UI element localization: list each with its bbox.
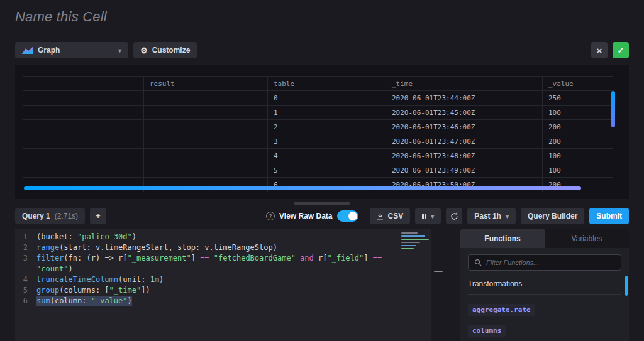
table-cell: 100: [543, 163, 613, 178]
table-cell: 2020-06-01T23:47:00Z: [386, 134, 543, 149]
raw-data-panel: resulttable_time_value 02020-06-01T23:44…: [15, 65, 629, 199]
code-line[interactable]: 1(bucket: "palico_30d"): [15, 232, 397, 242]
code-line[interactable]: 6sum(column: "_value"): [15, 296, 397, 306]
code-text: truncateTimeColumn(unit: 1m): [36, 274, 164, 285]
table-horizontal-scrollbar[interactable]: [24, 186, 581, 190]
time-range-dropdown[interactable]: Past 1h ▾: [467, 208, 516, 224]
code-text: (bucket: "palico_30d"): [36, 232, 136, 242]
line-number: 4: [15, 274, 36, 285]
csv-download-button[interactable]: CSV: [370, 208, 411, 224]
editor-section: 1(bucket: "palico_30d")2range(start: v.t…: [15, 229, 629, 341]
column-header: result: [144, 77, 268, 91]
cancel-button[interactable]: ×: [591, 42, 608, 58]
cell-editor-overlay: Name this Cell Graph ▾ ⚙ Customize × ✓: [0, 0, 644, 341]
table-cell: 2020-06-01T23:48:00Z: [386, 149, 543, 163]
submit-button[interactable]: Submit: [589, 208, 629, 224]
table-vertical-scrollbar[interactable]: [611, 91, 615, 127]
table-cell: 2020-06-01T23:49:00Z: [386, 163, 543, 178]
line-number: 6: [15, 296, 36, 306]
function-list: aggregate.ratecolumnscumulativeSum: [468, 303, 621, 341]
code-text: filter(fn: (r) => r["_measurement"] == "…: [36, 253, 397, 274]
table-cell: [23, 120, 144, 134]
code-line[interactable]: 4truncateTimeColumn(unit: 1m): [15, 274, 397, 285]
tab-functions[interactable]: Functions: [460, 229, 545, 248]
code-text: group(columns: ["_time"]): [36, 285, 150, 296]
table-cell: 200: [543, 134, 613, 149]
table-cell: [144, 106, 268, 120]
table-cell: 1: [268, 106, 386, 120]
chevron-down-icon: ▾: [506, 213, 509, 220]
submit-label: Submit: [596, 212, 622, 220]
gear-icon: ⚙: [140, 46, 148, 55]
function-list-row: aggregate.rate: [468, 303, 621, 316]
customize-label: Customize: [152, 46, 191, 55]
query-builder-button[interactable]: Query Builder: [521, 208, 584, 224]
table-row: 42020-06-01T23:48:00Z100: [23, 149, 613, 163]
table-row: 22020-06-01T23:46:00Z200: [23, 120, 613, 134]
function-item[interactable]: aggregate.rate: [468, 304, 535, 316]
function-filter-input[interactable]: [486, 259, 615, 266]
cell-name-input[interactable]: Name this Cell: [15, 9, 107, 25]
add-query-button[interactable]: +: [90, 208, 106, 224]
code-lines: 1(bucket: "palico_30d")2range(start: v.t…: [15, 232, 397, 306]
table-cell: [144, 149, 268, 163]
table-header-row: resulttable_time_value: [23, 77, 613, 91]
close-icon: ×: [597, 45, 602, 56]
function-search[interactable]: [468, 254, 621, 271]
flux-code-editor[interactable]: 1(bucket: "palico_30d")2range(start: v.t…: [15, 229, 397, 341]
help-icon: ?: [266, 212, 275, 220]
code-text: sum(column: "_value"): [36, 296, 132, 306]
panel-tabs: FunctionsVariables: [460, 229, 629, 248]
table-cell: [23, 106, 144, 120]
visualization-controls: Graph ▾ ⚙ Customize × ✓: [15, 42, 629, 58]
chevron-down-icon: ▾: [118, 47, 121, 54]
editor-minimap[interactable]: [397, 229, 431, 341]
table-body: 02020-06-01T23:44:00Z25012020-06-01T23:4…: [23, 91, 613, 192]
column-header: [23, 77, 144, 91]
line-number: 1: [15, 232, 36, 242]
table-row: 12020-06-01T23:45:00Z100: [23, 106, 613, 120]
table-cell: [23, 149, 144, 163]
code-line[interactable]: 5group(columns: ["_time"]): [15, 285, 397, 296]
graph-icon: [22, 46, 33, 54]
view-raw-data-toggle[interactable]: [337, 210, 358, 222]
table-row: 52020-06-01T23:49:00Z100: [23, 163, 613, 178]
table-cell: 250: [543, 91, 613, 106]
pause-refresh-dropdown[interactable]: ▾: [415, 208, 441, 224]
pane-divider[interactable]: [431, 229, 460, 341]
code-line[interactable]: 3filter(fn: (r) => r["_measurement"] == …: [15, 253, 397, 274]
raw-data-table: resulttable_time_value 02020-06-01T23:44…: [23, 76, 613, 192]
table-cell: [23, 91, 144, 106]
column-header: table: [268, 77, 386, 91]
checkmark-icon: ✓: [618, 46, 625, 55]
download-icon: [377, 213, 384, 220]
customize-button[interactable]: ⚙ Customize: [133, 42, 197, 58]
pause-icon: [422, 214, 426, 219]
refresh-icon: [450, 212, 458, 220]
table-cell: 2: [268, 120, 386, 134]
resize-drag-handle[interactable]: [294, 202, 350, 205]
function-item[interactable]: columns: [468, 325, 506, 337]
query-duration: (2.71s): [55, 212, 78, 220]
chevron-down-icon: ▾: [431, 213, 434, 220]
save-cell-button[interactable]: ✓: [613, 42, 629, 58]
view-raw-data-label: View Raw Data: [279, 212, 332, 220]
table-cell: [144, 134, 268, 149]
view-type-dropdown[interactable]: Graph ▾: [15, 42, 128, 58]
tab-variables[interactable]: Variables: [545, 229, 629, 248]
table-cell: 5: [268, 163, 386, 178]
panel-scrollbar[interactable]: [625, 276, 628, 296]
query-tab[interactable]: Query 1 (2.71s): [15, 208, 85, 224]
table-cell: 2020-06-01T23:46:00Z: [386, 120, 543, 134]
code-line[interactable]: 2range(start: v.timeRangeStart, stop: v.…: [15, 242, 397, 253]
search-icon: [474, 259, 482, 266]
plus-icon: +: [96, 212, 101, 220]
table-cell: 100: [543, 106, 613, 120]
query-toolbar: Query 1 (2.71s) + ? View Raw Data CSV ▾: [15, 208, 629, 224]
query-builder-label: Query Builder: [528, 212, 577, 220]
refresh-button[interactable]: [446, 208, 462, 224]
line-number: 3: [15, 253, 36, 274]
table-cell: [23, 163, 144, 178]
table-cell: 100: [543, 149, 613, 163]
table-row: 32020-06-01T23:47:00Z200: [23, 134, 613, 149]
